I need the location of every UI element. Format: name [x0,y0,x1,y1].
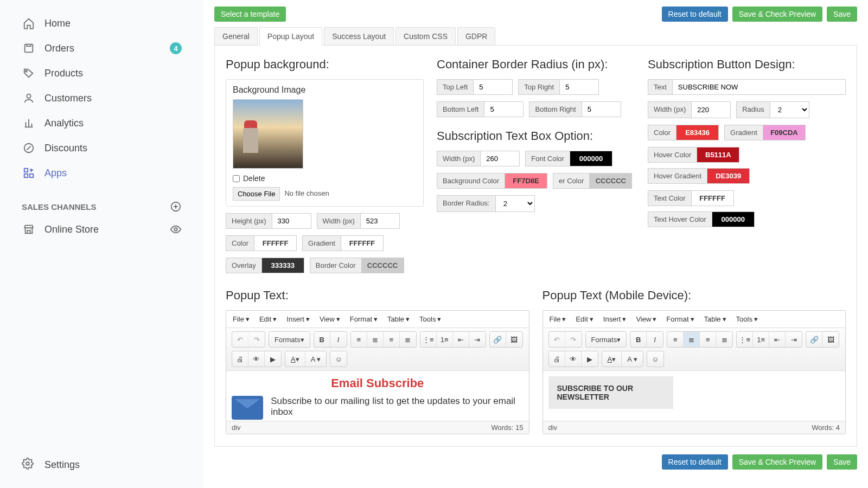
italic-icon[interactable]: I [647,332,663,347]
align-left-icon[interactable]: ≡ [351,332,367,347]
align-left-icon[interactable]: ≡ [667,332,684,347]
outdent-icon[interactable]: ⇤ [453,332,469,347]
sidebar-item-settings[interactable]: Settings [0,452,203,477]
sidebar-item-orders[interactable]: Orders 4 [16,36,187,61]
editor-menu-insert[interactable]: Insert ▾ [603,315,627,323]
tl-input[interactable] [474,79,513,95]
indent-icon[interactable]: ⇥ [469,332,486,347]
tb-radius-select[interactable]: 2 [496,195,535,212]
tb-fontcolor-swatch[interactable]: 000000 [570,151,612,166]
bold-icon[interactable]: B [630,332,647,347]
formats-dropdown[interactable]: Formats ▾ [269,332,310,347]
text-color-icon[interactable]: A ▾ [602,351,622,367]
redo-icon[interactable]: ↷ [565,332,582,347]
editor-menu-format[interactable]: Format ▾ [350,315,378,323]
link-icon[interactable]: 🔗 [490,332,506,347]
print-icon[interactable]: 🖨 [549,351,565,367]
preview-icon[interactable]: 👁 [565,351,582,367]
bullet-list-icon[interactable]: ⋮≡ [737,332,753,347]
align-center-icon[interactable]: ≣ [684,332,700,347]
align-justify-icon[interactable]: ≣ [716,332,732,347]
align-right-icon[interactable]: ≡ [384,332,400,347]
sb-text-input[interactable] [673,79,846,95]
tb-bordercolor-swatch[interactable]: CCCCCC [590,173,632,189]
add-channel-icon[interactable] [170,201,182,213]
link-icon[interactable]: 🔗 [806,332,822,347]
sidebar-item-home[interactable]: Home [16,11,187,36]
image-icon[interactable]: 🖼 [506,332,522,347]
save-button-top[interactable]: Save [827,7,857,22]
tab-general[interactable]: General [214,27,258,45]
sb-radius-select[interactable]: 2 [770,101,809,118]
tab-success-layout[interactable]: Success Layout [324,27,394,45]
sb-textcolor-swatch[interactable]: FFFFFF [692,190,734,206]
text-color-icon[interactable]: A ▾ [285,351,305,367]
sb-width-input[interactable] [692,101,731,118]
media-icon[interactable]: ▶ [265,351,281,367]
media-icon[interactable]: ▶ [582,351,598,367]
save-check-button-bottom[interactable]: Save & Check Preview [732,454,822,470]
choose-file-button[interactable]: Choose File [233,187,280,201]
editor-menu-file[interactable]: File ▾ [550,315,566,323]
bg-color-icon[interactable]: A ▾ [622,351,643,367]
sidebar-item-online-store[interactable]: Online Store [16,217,187,242]
bg-color-icon[interactable]: A ▾ [305,351,327,367]
formats-dropdown[interactable]: Formats ▾ [586,332,627,347]
undo-icon[interactable]: ↶ [549,332,565,347]
select-template-button[interactable]: Select a template [214,7,286,22]
emoji-icon[interactable]: ☺ [330,351,347,367]
tab-custom-css[interactable]: Custom CSS [395,27,456,45]
sidebar-item-customers[interactable]: Customers [16,86,187,111]
editor-menu-table[interactable]: Table ▾ [387,315,410,323]
br-input[interactable] [582,101,621,117]
gradient-swatch[interactable]: FFFFFF [341,235,384,251]
sb-gradient-swatch[interactable]: F09CDA [763,125,806,140]
sidebar-item-discounts[interactable]: Discounts [16,136,187,160]
overlay-swatch[interactable]: 333333 [262,258,304,273]
editor-menu-format[interactable]: Format ▾ [666,315,694,323]
editor-menu-edit[interactable]: Edit ▾ [576,315,593,323]
editor-menu-file[interactable]: File ▾ [233,315,250,323]
editor-content[interactable]: Email Subscribe Subscribe to our mailing… [226,371,529,421]
editor-menu-view[interactable]: View ▾ [636,315,656,323]
bullet-list-icon[interactable]: ⋮≡ [420,332,437,347]
tb-bgcolor-swatch[interactable]: FF7D8E [505,173,547,189]
editor-menu-tools[interactable]: Tools ▾ [419,315,441,323]
undo-icon[interactable]: ↶ [232,332,248,347]
sidebar-item-apps[interactable]: Apps [16,160,187,185]
color-swatch[interactable]: FFFFFF [254,235,297,251]
border-color-swatch[interactable]: CCCCCC [362,258,404,273]
tr-input[interactable] [560,79,599,95]
width-input[interactable] [361,213,400,229]
italic-icon[interactable]: I [330,332,347,347]
save-check-button-top[interactable]: Save & Check Preview [732,7,822,22]
bl-input[interactable] [484,101,524,117]
editor-menu-tools[interactable]: Tools ▾ [736,315,758,323]
sb-color-swatch[interactable]: E83436 [676,125,719,140]
indent-icon[interactable]: ⇥ [786,332,802,347]
reset-button-top[interactable]: Reset to default [662,7,728,22]
sidebar-item-analytics[interactable]: Analytics [16,111,187,136]
sb-hovercolor-swatch[interactable]: B5111A [697,147,739,163]
preview-icon[interactable]: 👁 [248,351,265,367]
editor-menu-insert[interactable]: Insert ▾ [286,315,310,323]
sidebar-item-products[interactable]: Products [16,61,187,86]
editor-menu-table[interactable]: Table ▾ [704,315,726,323]
height-input[interactable] [272,213,311,229]
sb-texthover-swatch[interactable]: 000000 [712,211,755,227]
numbered-list-icon[interactable]: 1≡ [753,332,769,347]
editor-menu-edit[interactable]: Edit ▾ [259,315,277,323]
delete-checkbox[interactable] [233,175,240,182]
sb-hovergradient-swatch[interactable]: DE3039 [707,168,750,184]
reset-button-bottom[interactable]: Reset to default [662,454,728,470]
align-justify-icon[interactable]: ≣ [400,332,416,347]
editor-content-mobile[interactable]: SUBSCRIBE TO OUR NEWSLETTER [543,371,846,421]
tb-width-input[interactable] [481,151,520,166]
align-right-icon[interactable]: ≡ [700,332,716,347]
tab-popup-layout[interactable]: Popup Layout [259,27,322,46]
print-icon[interactable]: 🖨 [232,351,248,367]
tab-gdpr[interactable]: GDPR [457,27,495,45]
align-center-icon[interactable]: ≣ [367,332,384,347]
emoji-icon[interactable]: ☺ [647,351,663,367]
bold-icon[interactable]: B [314,332,330,347]
